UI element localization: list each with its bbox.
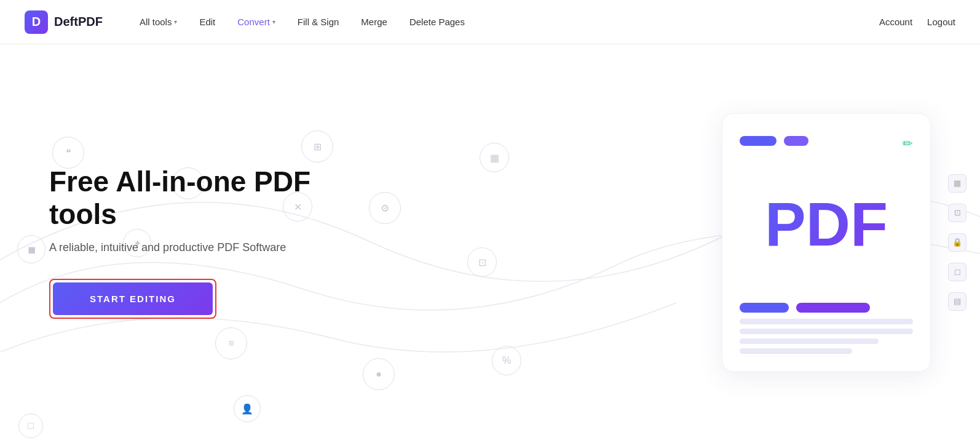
deco-circle-9: ⊡: [467, 247, 497, 277]
bottom-pill-2: [796, 303, 870, 313]
nav-convert[interactable]: Convert ▾: [237, 17, 275, 27]
nav-fill-sign[interactable]: Fill & Sign: [298, 17, 339, 27]
pdf-card-bottom: [740, 303, 913, 354]
chevron-down-icon: ▾: [174, 18, 177, 25]
deco-circle-15: □: [18, 414, 43, 438]
pdf-preview-card: ✏ PDF: [722, 113, 931, 372]
pdf-card-top-pills: [740, 136, 808, 146]
logo-icon: D: [25, 10, 48, 34]
top-pill-2: [784, 136, 808, 146]
bottom-pill-1: [740, 303, 789, 313]
nav-delete-pages[interactable]: Delete Pages: [409, 17, 465, 27]
mini-icon-4: ◻: [948, 263, 966, 281]
deco-circle-12: %: [492, 346, 521, 375]
logo[interactable]: D DeftPDF: [25, 10, 103, 34]
mini-icon-2: ⊡: [948, 204, 966, 222]
deco-circle-13: 👤: [234, 395, 261, 422]
start-editing-button-wrap: START EDITING: [49, 279, 216, 319]
account-link[interactable]: Account: [879, 17, 912, 27]
pdf-line-3: [740, 338, 879, 344]
pdf-line-1: [740, 319, 913, 324]
deco-circle-3: ⊞: [301, 130, 333, 162]
logout-link[interactable]: Logout: [927, 17, 955, 27]
deco-circle-6: ⚙: [369, 192, 401, 224]
hero-subtitle: A reliable, intuitive and productive PDF…: [49, 241, 369, 254]
header-right: Account Logout: [879, 17, 955, 27]
mini-icon-1: ▦: [948, 174, 966, 193]
edit-pencil-icon: ✏: [903, 136, 913, 151]
chevron-down-icon: ▾: [272, 18, 275, 25]
nav-edit[interactable]: Edit: [199, 17, 215, 27]
deco-circle-4: ▦: [480, 143, 509, 172]
mini-icon-5: ▤: [948, 292, 966, 311]
bottom-pills: [740, 303, 913, 313]
deco-circle-11: ●: [363, 358, 395, 390]
start-editing-button[interactable]: START EDITING: [53, 282, 213, 315]
mini-icon-3: 🔒: [948, 233, 966, 252]
pdf-text: PDF: [765, 193, 888, 255]
deco-circle-14: [86, 106, 112, 132]
deco-circle-1: ❝: [52, 137, 84, 169]
deco-circle-8: ◼: [17, 235, 45, 263]
header: D DeftPDF All tools ▾ Edit Convert ▾ Fil…: [0, 0, 980, 44]
top-pill-1: [740, 136, 776, 146]
right-edge-icons: ▦ ⊡ 🔒 ◻ ▤: [948, 174, 966, 311]
main-nav: All tools ▾ Edit Convert ▾ Fill & Sign M…: [140, 17, 879, 27]
main-section: ❝ ☆ ⊞ ▦ ✕ ⚙ ✦ ◼ ⊡ ≡ ● % 👤 □ Free All-in-…: [0, 44, 980, 440]
logo-text: DeftPDF: [54, 15, 103, 29]
pdf-line-2: [740, 329, 913, 334]
hero-title: Free All-in-one PDF tools: [49, 166, 369, 231]
pdf-lines: [740, 319, 913, 354]
nav-merge[interactable]: Merge: [361, 17, 387, 27]
deco-circle-10: ≡: [215, 327, 247, 359]
hero-content: Free All-in-one PDF tools A reliable, in…: [49, 166, 369, 319]
pdf-line-4: [740, 348, 852, 354]
nav-all-tools[interactable]: All tools ▾: [140, 17, 178, 27]
